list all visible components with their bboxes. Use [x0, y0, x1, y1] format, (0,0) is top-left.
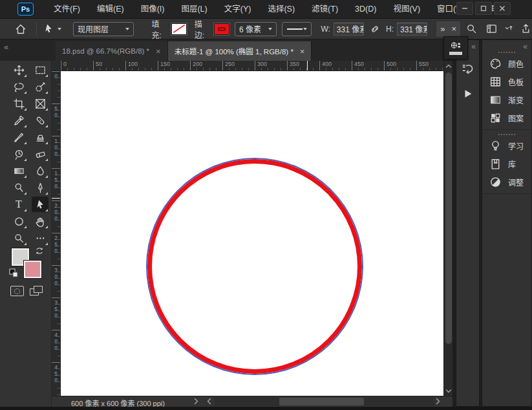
- scroll-left-button[interactable]: [207, 398, 211, 406]
- move-tool[interactable]: [10, 62, 27, 78]
- ellipse-shape-layer[interactable]: [147, 159, 362, 374]
- menu-item[interactable]: 选择(S): [259, 0, 303, 19]
- stroke-swatch[interactable]: [214, 23, 229, 35]
- collapse-toolbar-icon[interactable]: «: [4, 42, 8, 52]
- expand-dock-icon[interactable]: «: [471, 42, 476, 51]
- document-tab[interactable]: 未标题-1 @ 100% (椭圆 1, RGB/8) *×: [168, 41, 312, 61]
- shape-height-input[interactable]: 331 像素: [397, 23, 427, 36]
- tab-close-icon[interactable]: ×: [156, 47, 161, 56]
- default-colors-button[interactable]: [9, 268, 18, 279]
- pen-tool[interactable]: [32, 180, 48, 195]
- vertical-scrollbar[interactable]: [443, 61, 452, 396]
- chevron-down-icon: [268, 28, 272, 30]
- hand-tool[interactable]: [32, 213, 48, 229]
- tab-close-icon[interactable]: ×: [300, 47, 305, 56]
- vertical-ruler[interactable]: 050100150200250300350400450: [52, 71, 61, 396]
- panel-button-gradients[interactable]: 渐变: [482, 91, 531, 109]
- menu-item[interactable]: 编辑(E): [89, 0, 133, 19]
- lasso-tool[interactable]: [10, 79, 27, 94]
- dodge-tool[interactable]: [10, 180, 27, 195]
- zoom-tool[interactable]: [10, 230, 27, 246]
- type-tool[interactable]: T: [10, 197, 27, 212]
- quick-selection-tool[interactable]: [32, 79, 48, 94]
- stroke-width-dropdown[interactable]: 6 像素: [235, 22, 277, 36]
- dock-grip[interactable]: [498, 52, 515, 53]
- ruler-label: 350: [52, 297, 61, 319]
- close-button[interactable]: [494, 2, 511, 15]
- status-expand-button[interactable]: [194, 398, 198, 406]
- panel-button-libraries[interactable]: 库: [482, 155, 531, 173]
- screen-mode-button[interactable]: [30, 286, 44, 296]
- swap-colors-button[interactable]: [34, 246, 45, 258]
- ruler-label: 0: [52, 71, 61, 80]
- shape-width-input[interactable]: 331 像素: [334, 23, 364, 36]
- scroll-down-button[interactable]: [444, 386, 453, 395]
- minimize-button[interactable]: [456, 2, 473, 15]
- collapsed-panel-thumbnail[interactable]: [443, 36, 468, 59]
- scroll-up-button[interactable]: [444, 61, 453, 70]
- gradient-tool[interactable]: [10, 163, 27, 178]
- scrollbar-thumb[interactable]: [279, 398, 364, 405]
- ellipse-shape-tool[interactable]: [10, 213, 27, 229]
- eyedropper-tool[interactable]: [10, 113, 27, 128]
- collapse-dock-icon[interactable]: «: [523, 42, 527, 51]
- panel-button-color[interactable]: 颜色: [482, 54, 531, 72]
- tab-title: 未标题-1 @ 100% (椭圆 1, RGB/8) *: [175, 46, 293, 56]
- maximize-button[interactable]: [475, 2, 492, 15]
- menu-item[interactable]: 图层(L): [173, 0, 215, 19]
- scrollbar-thumb[interactable]: [445, 72, 452, 344]
- horizontal-scrollbar[interactable]: [215, 397, 434, 406]
- menu-item[interactable]: 3D(D): [346, 0, 385, 19]
- history-panel-button[interactable]: [460, 61, 476, 78]
- brush-tool[interactable]: [10, 129, 27, 145]
- horizontal-ruler[interactable]: 050100150200250300350400450500550: [61, 61, 443, 71]
- chevron-right-icon: [194, 398, 198, 405]
- current-tool-button[interactable]: [42, 23, 61, 36]
- eraser-tool[interactable]: [32, 146, 48, 162]
- overflow-chevrons-icon[interactable]: »: [440, 25, 445, 33]
- menu-item[interactable]: 滤镜(T): [303, 0, 346, 19]
- edit-toolbar-button[interactable]: [32, 230, 48, 246]
- close-overflow-icon[interactable]: ×: [451, 25, 456, 33]
- panel-button-swatches[interactable]: 色板: [482, 72, 531, 91]
- stroke-type-dropdown[interactable]: [282, 22, 312, 36]
- chevron-down-icon: [125, 28, 129, 30]
- collapse-panels-button[interactable]: [504, 24, 515, 34]
- background-color-swatch[interactable]: [24, 261, 41, 278]
- menu-items: 文件(F)编辑(E)图像(I)图层(L)文字(Y)选择(S)滤镜(T)3D(D)…: [45, 0, 519, 19]
- rectangular-marquee-tool[interactable]: [32, 62, 48, 78]
- share-image-button[interactable]: [520, 23, 532, 35]
- document-tab[interactable]: 18.psd @ 66.7%(RGB/8) *×: [56, 41, 168, 61]
- home-button[interactable]: [14, 23, 27, 36]
- menu-item[interactable]: 视图(V): [385, 0, 429, 19]
- clone-stamp-tool[interactable]: [32, 129, 48, 145]
- chevron-up-icon: [445, 64, 452, 69]
- select-mode-dropdown[interactable]: 现用图层: [73, 22, 134, 36]
- ruler-corner[interactable]: [52, 61, 61, 71]
- panel-button-patterns[interactable]: 图案: [482, 109, 531, 127]
- history-brush-tool[interactable]: [10, 146, 27, 162]
- scroll-right-button[interactable]: [436, 398, 440, 406]
- fill-swatch[interactable]: [171, 23, 187, 35]
- document-canvas[interactable]: [61, 71, 443, 396]
- workspace-switcher-button[interactable]: [485, 23, 498, 35]
- quick-mask-button[interactable]: [10, 286, 24, 296]
- search-button[interactable]: [465, 23, 478, 35]
- dock-grip[interactable]: [498, 134, 515, 135]
- menu-item[interactable]: 图像(I): [133, 0, 173, 19]
- ruler-label: 50: [52, 103, 61, 118]
- healing-brush-tool[interactable]: [32, 113, 48, 128]
- no-fill-diagonal-icon: [172, 24, 186, 34]
- blur-tool[interactable]: [32, 163, 48, 178]
- menu-item[interactable]: 文件(F): [45, 0, 89, 19]
- menu-item[interactable]: 文字(Y): [216, 0, 260, 19]
- crop-tool[interactable]: [10, 96, 27, 111]
- link-dimensions-button[interactable]: [369, 23, 381, 35]
- actions-panel-button[interactable]: [460, 85, 476, 102]
- color-palette-icon: [489, 57, 502, 70]
- panel-button-learn[interactable]: 学习: [482, 136, 531, 155]
- ruler-label: 450: [352, 61, 364, 70]
- frame-tool[interactable]: [32, 96, 48, 111]
- path-selection-tool[interactable]: [32, 197, 48, 212]
- panel-button-adjustments[interactable]: 调整: [482, 173, 531, 191]
